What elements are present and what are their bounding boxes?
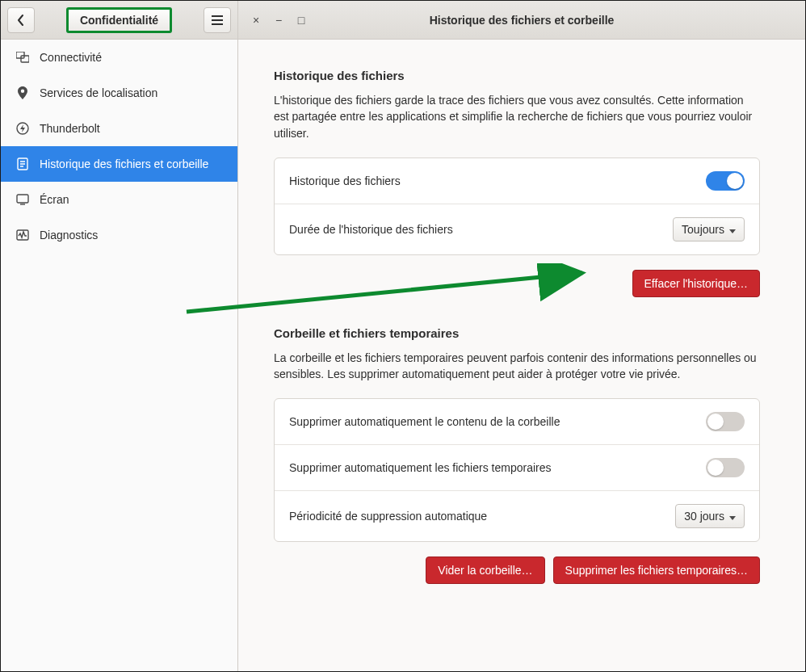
window-maximize-button[interactable]: □ (290, 9, 313, 32)
close-icon: × (253, 14, 259, 27)
empty-trash-button[interactable]: Vider la corbeille… (426, 556, 544, 584)
hamburger-icon (212, 15, 223, 25)
maximize-icon: □ (298, 14, 304, 27)
settings-window: Confidentialité × − □ Historique des fic… (0, 0, 806, 672)
hamburger-button[interactable] (204, 7, 231, 33)
back-button[interactable] (7, 7, 35, 33)
panel-title: Confidentialité (66, 7, 172, 33)
period-row: Périodicité de suppression automatique 3… (275, 491, 759, 541)
body: Connectivité Services de localisation Th… (1, 40, 805, 671)
combo-value: 30 jours (684, 510, 724, 523)
file-history-switch[interactable] (706, 171, 745, 191)
minimize-icon: − (275, 14, 282, 27)
file-history-panel: Historique des fichiers Durée de l'histo… (274, 158, 760, 255)
file-history-button-row: Effacer l'historique… (274, 270, 760, 297)
button-label: Supprimer les fichiers temporaires… (565, 564, 748, 577)
file-history-duration-combo[interactable]: Toujours (673, 217, 745, 242)
switch-knob (707, 460, 724, 476)
switch-knob (707, 414, 724, 430)
network-icon (15, 52, 30, 63)
sidebar-item-connectivity[interactable]: Connectivité (1, 40, 237, 75)
content-area: Historique des fichiers L'historique des… (238, 40, 805, 671)
sidebar-item-label: Écran (40, 193, 69, 206)
file-history-toggle-row: Historique des fichiers (275, 158, 759, 204)
sidebar-item-diagnostics[interactable]: Diagnostics (1, 217, 237, 253)
auto-tmp-row: Supprimer automatiquement les fichiers t… (275, 445, 759, 491)
row-label: Historique des fichiers (289, 174, 706, 187)
switch-knob (727, 173, 743, 189)
svg-rect-4 (17, 195, 28, 203)
chevron-down-icon (729, 510, 736, 523)
header-right: × − □ Historique des fichiers et corbeil… (238, 1, 805, 39)
file-history-icon (15, 158, 30, 170)
window-close-button[interactable]: × (245, 9, 267, 32)
clear-history-button[interactable]: Effacer l'historique… (632, 270, 760, 297)
sidebar: Connectivité Services de localisation Th… (1, 40, 238, 671)
trash-button-row: Vider la corbeille… Supprimer les fichie… (274, 556, 760, 584)
trash-section-title: Corbeille et fichiers temporaires (274, 326, 760, 340)
location-icon (15, 86, 30, 99)
auto-tmp-switch[interactable] (706, 458, 745, 477)
header-bar: Confidentialité × − □ Historique des fic… (1, 1, 805, 40)
sidebar-item-label: Connectivité (40, 51, 102, 64)
row-label: Supprimer automatiquement le contenu de … (289, 415, 706, 428)
auto-trash-row: Supprimer automatiquement le contenu de … (275, 399, 759, 445)
window-minimize-button[interactable]: − (267, 9, 290, 32)
thunderbolt-icon (15, 122, 30, 135)
period-combo[interactable]: 30 jours (675, 504, 745, 528)
header-left: Confidentialité (1, 1, 238, 39)
file-history-duration-row: Durée de l'historique des fichiers Toujo… (275, 204, 759, 254)
sidebar-item-label: Diagnostics (40, 229, 98, 242)
svg-rect-1 (21, 56, 29, 62)
delete-tmp-button[interactable]: Supprimer les fichiers temporaires… (553, 556, 760, 584)
button-label: Vider la corbeille… (438, 564, 532, 577)
sidebar-item-label: Thunderbolt (40, 122, 100, 135)
file-history-section-desc: L'historique des fichiers garde la trace… (274, 92, 760, 141)
screen-icon (15, 194, 30, 205)
svg-rect-0 (16, 52, 24, 58)
sidebar-item-file-history[interactable]: Historique des fichiers et corbeille (1, 146, 237, 182)
trash-section-desc: La corbeille et les fichiers temporaires… (274, 350, 760, 383)
page-title: Historique des fichiers et corbeille (313, 14, 799, 27)
trash-panel: Supprimer automatiquement le contenu de … (274, 398, 760, 542)
combo-value: Toujours (682, 223, 724, 236)
button-label: Effacer l'historique… (644, 277, 748, 290)
auto-trash-switch[interactable] (706, 412, 745, 431)
file-history-section-title: Historique des fichiers (274, 69, 760, 82)
panel-title-label: Confidentialité (80, 14, 158, 27)
sidebar-item-label: Historique des fichiers et corbeille (40, 158, 208, 170)
chevron-left-icon (17, 15, 25, 26)
chevron-down-icon (729, 223, 736, 236)
sidebar-item-location[interactable]: Services de localisation (1, 75, 237, 111)
row-label: Durée de l'historique des fichiers (289, 223, 673, 236)
sidebar-item-screen[interactable]: Écran (1, 182, 237, 217)
sidebar-item-label: Services de localisation (40, 86, 157, 99)
row-label: Périodicité de suppression automatique (289, 510, 675, 523)
sidebar-item-thunderbolt[interactable]: Thunderbolt (1, 111, 237, 146)
diagnostics-icon (15, 229, 30, 241)
row-label: Supprimer automatiquement les fichiers t… (289, 461, 706, 474)
